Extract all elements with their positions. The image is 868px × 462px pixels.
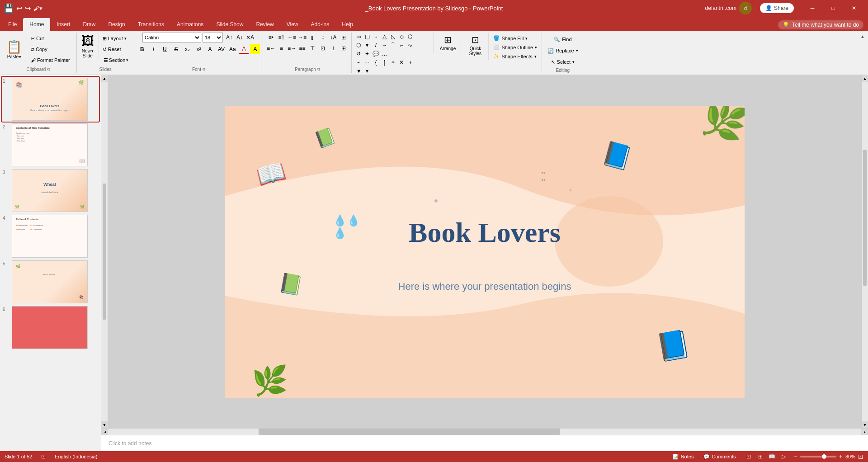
slide-thumb-1[interactable]: 1 Book Lovers Here is where your present… [2,77,99,122]
font-size-select[interactable]: 18 [203,33,223,42]
shape-effects-dropdown[interactable]: ▾ [534,54,537,59]
tab-animations[interactable]: Animations [170,18,210,31]
slide-sorter-button[interactable]: ⊞ [755,452,766,461]
pentagon-shape[interactable]: ⬠ [406,33,414,41]
text-shadow-button[interactable]: A [205,44,215,54]
quick-styles-button[interactable]: ⊡ QuickStyles [464,33,486,58]
bracket-shape[interactable]: [ [380,58,388,66]
align-right-button[interactable]: ≡→ [287,43,297,53]
notes-area[interactable]: Click to add notes [101,435,868,451]
brace-shape[interactable]: { [372,58,380,66]
notes-button[interactable]: 📝 Notes [670,453,697,461]
slide-thumb-2[interactable]: 2 Contents of This Template Sample text … [2,123,99,167]
shape-fill-dropdown[interactable]: ▾ [525,36,528,41]
main-slide[interactable]: 🌿 📗 📖 📗 🌿 📘 📘 💧💧💧 ✦ ✦ •• •• Boo [225,106,745,398]
font-expand-icon[interactable]: ⧉ [203,67,205,72]
numbering-button[interactable]: ≡1 [276,33,286,42]
normal-view-button[interactable]: ⊡ [743,452,754,461]
collapse-ribbon-button[interactable]: ▲ [859,33,866,40]
highlight-color-button[interactable]: A [250,44,260,54]
smartart-button[interactable]: ⊞ [339,33,349,42]
superscript-button[interactable]: x² [193,44,203,54]
paste-dropdown-icon[interactable]: ▾ [19,55,21,59]
slide-thumb-6[interactable]: 6 [2,305,99,350]
underline-button[interactable]: U [160,44,170,54]
tab-transitions[interactable]: Transitions [132,18,170,31]
right-scrollbar[interactable]: ▲ ▼ [861,75,868,428]
slide-thumb-4[interactable]: 4 Table of Contents 01 Introduction 02 P… [2,214,99,259]
curved-arrow-shape[interactable]: ↺ [354,50,363,58]
decrease-indent-button[interactable]: ←≡ [287,33,297,42]
align-center-button[interactable]: ≡ [276,43,286,53]
replace-dropdown[interactable]: ▾ [576,48,578,53]
scroll-up-button[interactable]: ▲ [101,75,108,82]
italic-button[interactable]: I [148,44,158,54]
more-shapes[interactable]: … [380,50,388,58]
trapezoid-shape[interactable]: ⌖ [389,58,397,66]
zoom-out-button[interactable]: − [794,453,797,460]
arrow-shape[interactable]: → [380,41,388,49]
rectangle-shape[interactable]: ▭ [354,33,363,41]
layout-button[interactable]: ⊞ Layout ▾ [101,33,132,43]
slide-show-button[interactable]: ▷ [778,452,789,461]
bold-button[interactable]: B [137,44,147,54]
callout-shape[interactable]: 💬 [372,50,380,58]
scroll-down-btn[interactable]: ▼ [862,421,868,428]
clear-formatting-button[interactable]: ✕A [245,33,255,42]
reset-button[interactable]: ↺ Reset [101,44,132,54]
bullets-button[interactable]: ≡• [266,33,276,42]
subscript-button[interactable]: x₂ [182,44,192,54]
increase-font-size-button[interactable]: A↑ [224,33,234,42]
close-button[interactable]: ✕ [844,0,864,16]
columns-button[interactable]: ⫿ [307,33,317,42]
line-shape[interactable]: / [372,41,380,49]
scroll-down-button[interactable]: ▼ [101,421,108,428]
cut-button[interactable]: ✂ Cut [29,33,72,43]
reading-view-button[interactable]: 📖 [767,452,778,461]
fit-slide-button[interactable]: ⊡ [858,453,863,460]
tab-addins[interactable]: Add-ins [305,18,336,31]
clipboard-expand-icon[interactable]: ⧉ [47,67,50,72]
tab-view[interactable]: View [280,18,305,31]
slide-main-subtitle[interactable]: Here is where your presentation begins [398,281,571,292]
section-dropdown[interactable]: ▾ [126,58,128,62]
align-top-button[interactable]: ⊤ [307,43,317,53]
right-triangle-shape[interactable]: ◺ [389,33,397,41]
layout-dropdown[interactable]: ▾ [124,36,127,41]
tab-help[interactable]: Help [335,18,359,31]
convert-to-smartart-button[interactable]: ⊞ [339,43,349,53]
star-shape[interactable]: ✦ [363,50,371,58]
curve-shape[interactable]: ⌒ [389,41,397,49]
font-family-select[interactable]: Calibri [142,33,201,42]
character-spacing-button[interactable]: AV [216,44,226,54]
canvas-area[interactable]: 🌿 📗 📖 📗 🌿 📘 📘 💧💧💧 ✦ ✦ •• •• Boo [108,75,861,428]
share-button[interactable]: 👤 Share [760,3,794,13]
tab-file[interactable]: File [2,18,23,31]
shape-outline-dropdown[interactable]: ▾ [535,45,537,50]
scroll-track[interactable] [108,429,861,435]
minimize-button[interactable]: ─ [802,0,823,16]
shapes-more[interactable]: ⬡ [354,41,363,49]
arrange-button[interactable]: ⊞ Arrange [436,33,459,53]
new-slide-button[interactable]: 🖼 New ▾ Slide [80,33,96,59]
save-icon[interactable]: 💾 [4,3,14,13]
connector-shape[interactable]: ⌐ [397,41,406,49]
tab-draw[interactable]: Draw [76,18,102,31]
section-button[interactable]: ☰ Section ▾ [101,55,132,65]
tab-slideshow[interactable]: Slide Show [210,18,250,31]
line-spacing-button[interactable]: ↕ [318,33,328,42]
decrease-font-size-button[interactable]: A↓ [235,33,245,42]
find-button[interactable]: 🔍 Find [551,34,574,44]
user-section[interactable]: defantri .com d [705,2,752,14]
change-case-button[interactable]: Aa [227,44,237,54]
slide-main-title[interactable]: Book Lovers [409,217,561,249]
scroll-right-button[interactable]: ▸ [861,429,868,435]
align-left-button[interactable]: ≡← [266,43,276,53]
font-color-button[interactable]: A [239,44,249,54]
arc-shape[interactable]: ⌢ [354,58,363,66]
new-slide-dropdown[interactable]: ▾ [91,49,94,53]
select-button[interactable]: ↖ Select ▾ [548,57,578,67]
scroll-thumb[interactable] [259,429,560,435]
align-bottom-button[interactable]: ⊥ [328,43,338,53]
zoom-thumb[interactable] [822,454,826,459]
